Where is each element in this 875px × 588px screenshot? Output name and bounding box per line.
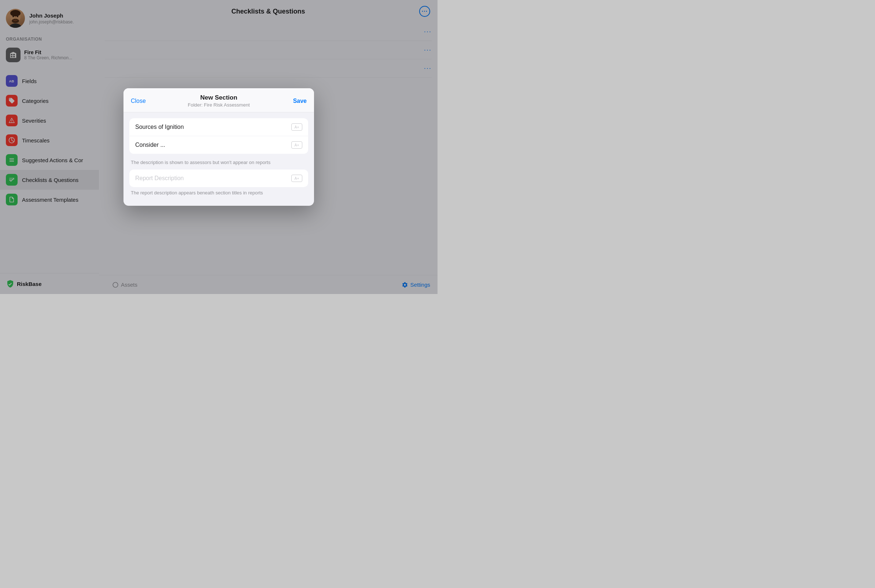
- section-name-format-badge: A+: [291, 123, 302, 131]
- modal-title-area: New Section Folder: Fire Risk Assessment: [153, 94, 285, 108]
- report-description-input[interactable]: [135, 175, 291, 182]
- section-name-row: A+: [129, 118, 308, 136]
- modal-save-button[interactable]: Save: [285, 98, 307, 104]
- description-row: A+: [129, 136, 308, 154]
- report-description-hint: The report description appears beneath s…: [129, 190, 308, 200]
- section-name-input[interactable]: [135, 124, 291, 130]
- modal-body: A+ A+ The description is shown to assess…: [123, 112, 314, 206]
- report-description-card: A+: [129, 170, 308, 187]
- report-description-format-badge: A+: [291, 175, 302, 182]
- modal-subtitle: Folder: Fire Risk Assessment: [153, 102, 285, 108]
- description-hint: The description is shown to assessors bu…: [129, 157, 308, 170]
- report-description-row: A+: [129, 170, 308, 187]
- description-format-badge: A+: [291, 141, 302, 148]
- new-section-modal: Close New Section Folder: Fire Risk Asse…: [123, 88, 314, 206]
- modal-close-button[interactable]: Close: [131, 98, 153, 104]
- description-input[interactable]: [135, 142, 291, 148]
- section-fields-card: A+ A+: [129, 118, 308, 154]
- modal-title: New Section: [153, 94, 285, 101]
- modal-overlay: Close New Section Folder: Fire Risk Asse…: [0, 0, 438, 294]
- modal-header: Close New Section Folder: Fire Risk Asse…: [123, 88, 314, 112]
